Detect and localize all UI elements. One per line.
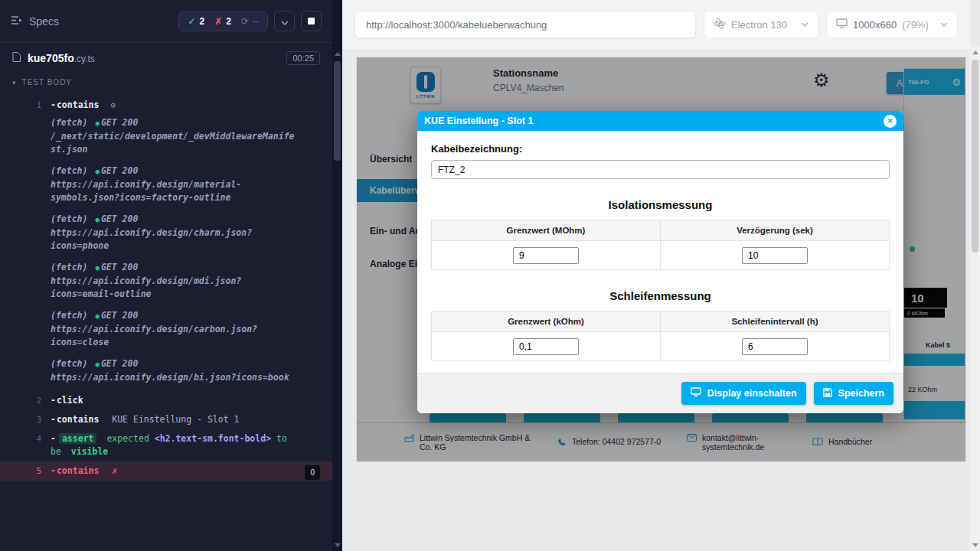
display-icon — [691, 387, 701, 399]
fetch-status: GET 200 — [101, 165, 138, 176]
assert-badge: assert — [59, 433, 97, 444]
status-dot-icon: ● — [95, 312, 99, 320]
viewport-select[interactable]: 1000x660 (79%) — [826, 11, 958, 38]
status-dot-icon: ● — [95, 360, 99, 368]
scroll-up-icon[interactable] — [332, 49, 342, 58]
isolationsmessung-table: Grenzwert (MOhm) Verzögerung (sek) — [431, 220, 890, 270]
test-body-toggle[interactable]: ▾ TEST BODY — [0, 72, 332, 93]
column-header: Grenzwert (kOhm) — [432, 311, 661, 332]
aut-stage: LITTWIN Stationsname CPLV4_Maschen ⚙ Abm… — [342, 49, 970, 551]
fetch-label: (fetch) — [51, 214, 87, 224]
fetch-url: https://api.iconify.design/material-symb… — [51, 178, 297, 204]
reporter-scrollbar-thumb[interactable] — [334, 61, 341, 161]
table-cell — [432, 332, 661, 361]
schleifenmessung-table: Grenzwert (kOhm) Schleifenintervall (h) — [431, 311, 890, 361]
page-scrollbar[interactable] — [970, 46, 980, 551]
command-assert[interactable]: 4 -assert expected <h2.text-sm.font-bold… — [0, 429, 332, 461]
assert-expected: expected — [106, 433, 149, 444]
viewport-size: 1000x660 — [853, 19, 897, 31]
assert-target-element: <h2.text-sm.font-bold> — [155, 433, 271, 444]
reporter-header: Specs ✓2 ✗2 ⟳-- — [0, 0, 332, 43]
reporter-scrollbar[interactable] — [332, 0, 342, 551]
table-cell — [661, 241, 890, 270]
command-log: 1 -contains ⚙ (fetch)●GET 200 /_next/sta… — [0, 93, 332, 481]
close-icon[interactable]: ✕ — [884, 115, 897, 128]
display-einschalten-button[interactable]: Display einschalten — [681, 382, 806, 405]
verzoegerung-sek-input[interactable] — [742, 247, 808, 264]
fetch-url: https://api.iconify.design/carbon.json?i… — [51, 323, 297, 349]
specs-list-icon — [11, 15, 22, 28]
gear-icon: ⚙ — [110, 100, 116, 110]
modal-header: KUE Einstellung - Slot 1 ✕ — [417, 111, 903, 131]
fetch-label: (fetch) — [51, 165, 87, 176]
fetch-url: https://api.iconify.design/charm.json?ic… — [51, 227, 297, 253]
spec-name: kue705fo.cy.ts — [28, 52, 95, 64]
kabelbezeichnung-label: Kabelbezeichnung: — [431, 143, 890, 155]
fetch-log-row[interactable]: (fetch)●GET 200 https://api.iconify.desi… — [0, 163, 332, 211]
command-contains-3[interactable]: 3 -contains KUE Einstellung - Slot 1 — [0, 410, 332, 429]
schleifenmessung-title: Schleifenmessung — [431, 289, 890, 302]
fetch-log-row[interactable]: (fetch)●GET 200 https://api.iconify.desi… — [0, 211, 332, 259]
fetch-label: (fetch) — [51, 310, 87, 321]
stat-failed: ✗2 — [214, 16, 231, 27]
chevron-down-icon — [940, 22, 948, 27]
grenzwert-kohm-input[interactable] — [513, 338, 579, 355]
stop-run-button[interactable] — [301, 11, 322, 31]
run-stats: ✓2 ✗2 ⟳-- — [178, 11, 268, 31]
fetch-log-row[interactable]: (fetch)●GET 200 https://api.iconify.desi… — [0, 259, 332, 308]
specs-button[interactable]: Specs — [11, 15, 59, 28]
status-dot-icon: ● — [95, 168, 99, 175]
fetch-log-row[interactable]: (fetch)●GET 200 https://api.iconify.desi… — [0, 356, 332, 391]
fetch-status: GET 200 — [101, 358, 138, 369]
spec-duration: 00:25 — [286, 51, 320, 65]
command-name: contains — [57, 414, 99, 425]
viewport-icon — [836, 18, 848, 31]
kabelbezeichnung-input[interactable] — [431, 160, 890, 179]
viewport-zoom: (79%) — [902, 19, 929, 31]
refresh-icon: ⟳ — [241, 16, 249, 27]
kue-settings-modal: KUE Einstellung - Slot 1 ✕ Kabelbezeichn… — [417, 111, 903, 413]
grenzwert-mohm-input[interactable] — [513, 247, 579, 264]
aut-frame: LITTWIN Stationsname CPLV4_Maschen ⚙ Abm… — [357, 57, 965, 461]
collapse-reporter-button[interactable] — [274, 11, 295, 31]
stat-pending: ⟳-- — [241, 16, 259, 27]
command-number: 3 — [23, 413, 41, 426]
specs-label: Specs — [29, 15, 59, 28]
modal-footer: Display einschalten Speichern — [417, 373, 903, 413]
scroll-down-icon[interactable] — [332, 540, 342, 549]
isolationsmessung-title: Isolationsmessung — [431, 198, 890, 211]
aut-toolbar: http://localhost:3000/kabelueberwachung … — [342, 0, 970, 49]
browser-name: Electron 130 — [731, 19, 787, 31]
chevron-down-icon: ▾ — [12, 79, 17, 86]
table-cell — [432, 241, 661, 270]
schleifenintervall-input[interactable] — [742, 338, 808, 355]
fetch-label: (fetch) — [51, 117, 87, 128]
command-detail: KUE Einstellung - Slot 1 — [112, 414, 239, 425]
status-dot-icon: ● — [95, 119, 99, 127]
command-click[interactable]: 2 -click — [0, 391, 332, 410]
fetch-log-row[interactable]: (fetch)●GET 200 /_next/static/developmen… — [0, 115, 332, 163]
command-contains-failed[interactable]: 5 -contains ✗ 0 — [0, 461, 332, 481]
command-name: contains — [57, 465, 99, 476]
stat-passed: ✓2 — [188, 16, 204, 27]
command-name: contains — [57, 99, 99, 110]
fetch-status: GET 200 — [101, 117, 138, 128]
fetch-url: /_next/static/development/_devMiddleware… — [51, 130, 297, 156]
fetch-status: GET 200 — [101, 214, 138, 224]
scroll-up-icon[interactable] — [970, 47, 980, 57]
column-header: Schleifenintervall (h) — [661, 311, 890, 332]
browser-select[interactable]: Electron 130 — [704, 11, 818, 38]
scroll-down-icon[interactable] — [970, 540, 980, 549]
status-dot-icon: ● — [95, 216, 99, 223]
speichern-button[interactable]: Speichern — [814, 382, 893, 405]
status-dot-icon: ● — [95, 264, 99, 272]
spec-row[interactable]: kue705fo.cy.ts 00:25 — [0, 43, 332, 72]
fetch-log-row[interactable]: (fetch)●GET 200 https://api.iconify.desi… — [0, 308, 332, 356]
cypress-reporter: Specs ✓2 ✗2 ⟳-- kue705fo.cy.ts 00:25 ▾ T… — [0, 0, 332, 551]
test-body-label: TEST BODY — [22, 78, 73, 86]
url-bar[interactable]: http://localhost:3000/kabelueberwachung — [354, 11, 696, 38]
command-contains-1[interactable]: 1 -contains ⚙ — [0, 96, 332, 115]
failure-x-icon: ✗ — [112, 465, 117, 476]
chevron-down-icon — [801, 22, 808, 27]
page-scrollbar-thumb[interactable] — [972, 60, 978, 253]
